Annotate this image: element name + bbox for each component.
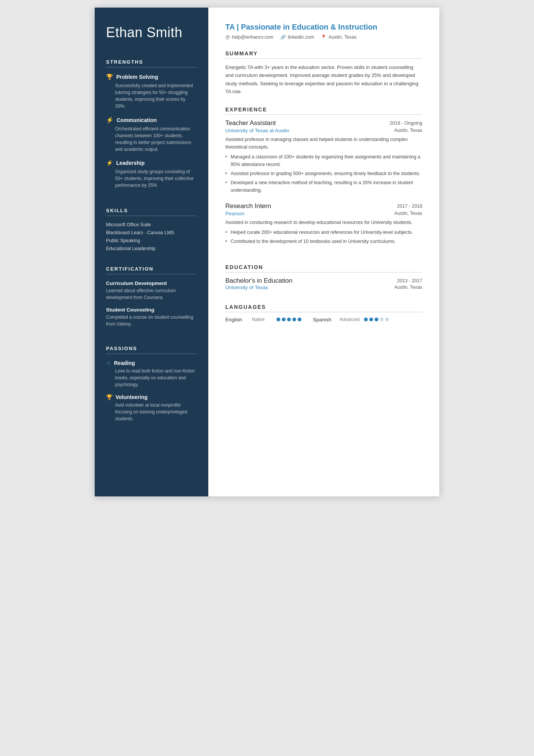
lang-dot-2-4	[380, 318, 384, 321]
strength-header-1: 🏆 Problem Solving	[106, 74, 197, 80]
strength-desc-3: Organized study groups consisting of 50+…	[106, 168, 197, 189]
strengths-section: STRENGTHS 🏆 Problem Solving Successfully…	[106, 59, 197, 196]
strength-title-3: Leadership	[116, 160, 145, 166]
summary-text: Energetic TA with 3+ years in the educat…	[225, 63, 422, 96]
strength-title-2: Communication	[117, 117, 157, 123]
exp-title-2: Research Intern	[225, 202, 271, 210]
languages-title: LANGUAGES	[225, 304, 422, 312]
strength-desc-1: Successfully created and implemented tut…	[106, 82, 197, 110]
exp-title-1: Teacher Assistant	[225, 119, 276, 127]
summary-title: SUMMARY	[225, 50, 422, 59]
strength-title-1: Problem Solving	[116, 74, 158, 80]
cert-desc-1: Learned about effective curriculum devel…	[106, 287, 197, 301]
strengths-title: STRENGTHS	[106, 59, 197, 67]
main-header: TA | Passionate in Education & Instructi…	[225, 23, 422, 40]
lang-dot-1-2	[282, 318, 286, 321]
strength-header-2: ⚡ Communication	[106, 116, 197, 124]
language-item-2: Spanish Advanced	[313, 317, 389, 322]
exp-company-1: University of Texas at Austin	[225, 128, 289, 133]
exp-dates-1: 2018 - Ongoing	[390, 121, 422, 126]
lang-dot-1-4	[292, 318, 296, 321]
exp-bullets-1: Managed a classroom of 100+ students by …	[225, 153, 422, 194]
communication-icon: ⚡	[106, 116, 114, 124]
passions-title: PASSIONS	[106, 346, 197, 354]
experience-entry-2: Research Intern 2017 - 2018 Pearson Aust…	[225, 202, 422, 245]
cert-title-1: Curriculum Development	[106, 280, 197, 286]
contact-row: @ help@enhancv.com 🔗 linkedin.com 📍 Aust…	[225, 34, 422, 40]
experience-section: EXPERIENCE Teacher Assistant 2018 - Ongo…	[225, 106, 422, 254]
exp-company-loc-2: Pearson Austin, Texas	[225, 211, 422, 217]
experience-entry-1: Teacher Assistant 2018 - Ongoing Univers…	[225, 119, 422, 194]
job-title: TA | Passionate in Education & Instructi…	[225, 23, 422, 31]
skill-label-2: Blackboard Learn · Canvas LMS	[106, 230, 174, 235]
exp-company-2: Pearson	[225, 211, 244, 216]
lang-dots-2	[364, 318, 389, 321]
skill-item-4: Educational Leadership	[106, 246, 197, 251]
strength-item-1: 🏆 Problem Solving Successfully created a…	[106, 74, 197, 110]
lang-name-2: Spanish	[313, 317, 336, 322]
volunteer-icon: 🏆	[106, 394, 112, 400]
linkedin-icon: 🔗	[280, 34, 286, 40]
passion-title-1: Reading	[114, 360, 135, 366]
leadership-icon: ⚡	[106, 160, 113, 166]
exp-desc-2: Assisted in conducting research to devel…	[225, 219, 422, 226]
linkedin-contact: 🔗 linkedin.com	[280, 34, 314, 40]
lang-dot-1-3	[287, 318, 291, 321]
lang-level-2: Advanced	[339, 317, 360, 322]
education-entry-1: Bachelor's in Education 2013 - 2017 Univ…	[225, 277, 422, 290]
email-icon: @	[225, 34, 230, 40]
passion-desc-1: Love to read both fiction and non-fictio…	[106, 368, 197, 388]
education-title: EDUCATION	[225, 264, 422, 272]
exp-dates-2: 2017 - 2018	[397, 203, 422, 209]
skills-title: SKILLS	[106, 208, 197, 216]
edu-degree-1: Bachelor's in Education	[225, 277, 292, 285]
location-contact: 📍 Austin, Texas	[321, 34, 356, 40]
languages-section: LANGUAGES English Native Spanish Advanc	[225, 304, 422, 322]
strength-item-3: ⚡ Leadership Organized study groups cons…	[106, 160, 197, 189]
lang-name-1: English	[225, 317, 248, 322]
skill-label-3: Public Speaking	[106, 238, 140, 243]
exp-bullets-2: Helped curate 200+ educational resources…	[225, 229, 422, 245]
lang-dot-2-5	[385, 318, 389, 321]
skill-item-1: Microsoft Office Suite ·	[106, 222, 197, 227]
certification-section: CERTIFICATION Curriculum Development Lea…	[106, 266, 197, 333]
cert-desc-2: Completed a course on student counsellin…	[106, 314, 197, 327]
exp-bullet-1-2: Assisted professor in grading 500+ assig…	[225, 170, 422, 177]
exp-location-1: Austin, Texas	[394, 128, 422, 134]
lang-dot-1-1	[276, 318, 280, 321]
lang-dot-2-3	[375, 318, 378, 321]
passion-item-2: 🏆 Volunteering Avid volunteer at local n…	[106, 394, 197, 422]
lang-dot-1-5	[298, 318, 301, 321]
sidebar: Ethan Smith STRENGTHS 🏆 Problem Solving …	[95, 8, 208, 496]
cert-item-1: Curriculum Development Learned about eff…	[106, 280, 197, 301]
skill-label-4: Educational Leadership	[106, 246, 156, 251]
exp-bullet-2-1: Helped curate 200+ educational resources…	[225, 229, 422, 236]
strength-item-2: ⚡ Communication Orchestrated efficient c…	[106, 116, 197, 153]
lang-dot-2-2	[369, 318, 373, 321]
exp-header-row-2: Research Intern 2017 - 2018	[225, 202, 422, 210]
strength-header-3: ⚡ Leadership	[106, 160, 197, 166]
passions-section: PASSIONS ☆ Reading Love to read both fic…	[106, 346, 197, 428]
candidate-name: Ethan Smith	[106, 25, 197, 40]
main-content: TA | Passionate in Education & Instructi…	[208, 8, 439, 496]
resume-container: Ethan Smith STRENGTHS 🏆 Problem Solving …	[95, 8, 439, 496]
education-section: EDUCATION Bachelor's in Education 2013 -…	[225, 264, 422, 293]
language-item-1: English Native	[225, 317, 301, 322]
location-value: Austin, Texas	[328, 34, 356, 40]
edu-dates-1: 2013 - 2017	[397, 278, 422, 283]
lang-dots-1	[276, 318, 301, 321]
lang-dot-2-1	[364, 318, 368, 321]
exp-desc-1: Assisted professor in managing classes a…	[225, 136, 422, 151]
exp-bullet-1-1: Managed a classroom of 100+ students by …	[225, 153, 422, 168]
email-value: help@enhancv.com	[232, 34, 273, 40]
skills-section: SKILLS Microsoft Office Suite · Blackboa…	[106, 208, 197, 254]
exp-bullet-2-2: Contributed to the development of 10 tex…	[225, 238, 422, 245]
skill-item-2: Blackboard Learn · Canvas LMS ·	[106, 230, 197, 235]
passion-header-2: 🏆 Volunteering	[106, 394, 197, 400]
skill-dot-1: ·	[153, 223, 154, 227]
edu-header-row-1: Bachelor's in Education 2013 - 2017	[225, 277, 422, 285]
skill-dot-3: ·	[142, 239, 143, 243]
summary-section: SUMMARY Energetic TA with 3+ years in th…	[225, 50, 422, 96]
exp-company-loc-1: University of Texas at Austin Austin, Te…	[225, 128, 422, 134]
lang-level-1: Native	[252, 317, 273, 322]
